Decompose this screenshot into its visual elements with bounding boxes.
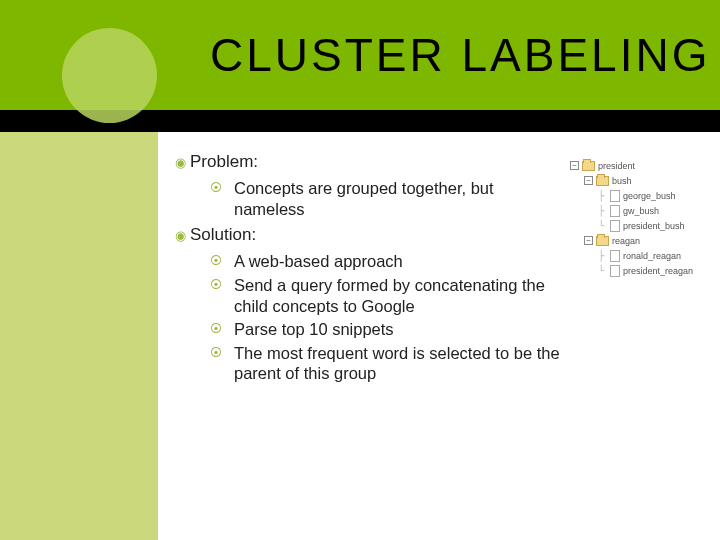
- slide-title: CLUSTER LABELING: [210, 28, 710, 82]
- item-text: A web-based approach: [234, 251, 403, 272]
- tree-label: george_bush: [623, 191, 676, 201]
- file-icon: [610, 265, 620, 277]
- bullet-icon: ⦿: [210, 178, 234, 198]
- tree-connector-icon: └: [598, 218, 610, 233]
- bullet-icon: ⦿: [210, 319, 234, 339]
- file-icon: [610, 205, 620, 217]
- item-text: Send a query formed by concatenating the…: [234, 275, 560, 316]
- item-text: Parse top 10 snippets: [234, 319, 394, 340]
- content-body: ◉ Problem: ⦿ Concepts are grouped togeth…: [170, 152, 560, 390]
- list-item: ⦿ Parse top 10 snippets: [210, 319, 560, 340]
- collapse-icon: −: [584, 176, 593, 185]
- bullet-icon: ⦿: [210, 251, 234, 271]
- tree-label: president_bush: [623, 221, 685, 231]
- tree-file-node: ├ george_bush: [570, 188, 705, 203]
- list-item: ⦿ A web-based approach: [210, 251, 560, 272]
- bullet-icon: ⦿: [210, 343, 234, 363]
- concept-tree: − president − bush ├ george_bush ├ gw_bu…: [570, 158, 705, 278]
- collapse-icon: −: [570, 161, 579, 170]
- tree-connector-icon: └: [598, 263, 610, 278]
- tree-folder-node: − reagan: [570, 233, 705, 248]
- tree-label: bush: [612, 176, 632, 186]
- slide-header: CLUSTER LABELING: [0, 0, 720, 132]
- tree-file-node: └ president_bush: [570, 218, 705, 233]
- folder-icon: [596, 176, 609, 186]
- list-item: ⦿ Send a query formed by concatenating t…: [210, 275, 560, 316]
- file-icon: [610, 220, 620, 232]
- section-label: Problem:: [190, 152, 258, 172]
- tree-label: president_reagan: [623, 266, 693, 276]
- tree-connector-icon: ├: [598, 248, 610, 263]
- file-icon: [610, 250, 620, 262]
- section-solution: ◉ Solution:: [170, 225, 560, 247]
- list-item: ⦿ Concepts are grouped together, but nam…: [210, 178, 560, 219]
- tree-file-node: ├ gw_bush: [570, 203, 705, 218]
- item-text: The most frequent word is selected to be…: [234, 343, 560, 384]
- section-problem: ◉ Problem:: [170, 152, 560, 174]
- problem-items: ⦿ Concepts are grouped together, but nam…: [210, 178, 560, 219]
- file-icon: [610, 190, 620, 202]
- bullet-icon: ⦿: [210, 275, 234, 295]
- tree-label: president: [598, 161, 635, 171]
- tree-label: gw_bush: [623, 206, 659, 216]
- left-sidebar-panel: [0, 132, 158, 540]
- tree-file-node: ├ ronald_reagan: [570, 248, 705, 263]
- tree-connector-icon: ├: [598, 203, 610, 218]
- bullet-icon: ◉: [170, 152, 190, 174]
- tree-folder-node: − bush: [570, 173, 705, 188]
- list-item: ⦿ The most frequent word is selected to …: [210, 343, 560, 384]
- solution-items: ⦿ A web-based approach ⦿ Send a query fo…: [210, 251, 560, 384]
- folder-icon: [582, 161, 595, 171]
- folder-icon: [596, 236, 609, 246]
- tree-root: − president: [570, 158, 705, 173]
- collapse-icon: −: [584, 236, 593, 245]
- bullet-icon: ◉: [170, 225, 190, 247]
- tree-label: ronald_reagan: [623, 251, 681, 261]
- tree-label: reagan: [612, 236, 640, 246]
- tree-connector-icon: ├: [598, 188, 610, 203]
- item-text: Concepts are grouped together, but namel…: [234, 178, 560, 219]
- decorative-circle: [62, 28, 157, 123]
- section-label: Solution:: [190, 225, 256, 245]
- tree-file-node: └ president_reagan: [570, 263, 705, 278]
